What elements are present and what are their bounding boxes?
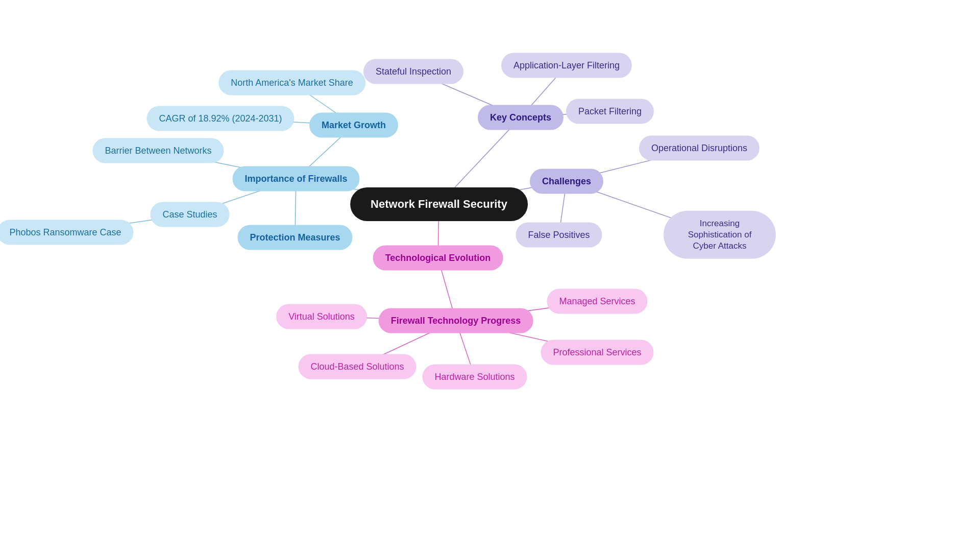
- node-packet-filtering: Packet Filtering: [566, 99, 654, 124]
- node-technological-evolution: Technological Evolution: [373, 246, 503, 271]
- mind-map: Network Firewall Security Importance of …: [0, 0, 980, 553]
- node-north-america: North America's Market Share: [218, 70, 365, 95]
- node-firewall-tech-progress: Firewall Technology Progress: [379, 308, 533, 333]
- node-virtual-solutions: Virtual Solutions: [276, 304, 367, 329]
- node-application-layer: Application-Layer Filtering: [501, 53, 632, 78]
- node-market-growth: Market Growth: [309, 113, 398, 138]
- node-key-concepts: Key Concepts: [478, 105, 564, 130]
- node-cloud-based: Cloud-Based Solutions: [298, 354, 416, 379]
- node-stateful-inspection: Stateful Inspection: [363, 59, 463, 84]
- node-phobos-ransomware: Phobos Ransomware Case: [0, 220, 134, 245]
- node-cagr: CAGR of 18.92% (2024-2031): [146, 106, 294, 131]
- node-importance-of-firewalls: Importance of Firewalls: [232, 166, 359, 191]
- node-protection-measures: Protection Measures: [237, 225, 352, 250]
- node-challenges: Challenges: [530, 169, 603, 194]
- node-hardware-solutions: Hardware Solutions: [422, 365, 527, 390]
- node-managed-services: Managed Services: [547, 289, 647, 314]
- node-operational-disruptions: Operational Disruptions: [639, 136, 760, 161]
- connections-svg: [0, 0, 980, 553]
- node-increasing-sophistication: Increasing Sophistication of Cyber Attac…: [664, 211, 776, 259]
- node-false-positives: False Positives: [516, 223, 602, 248]
- node-professional-services: Professional Services: [541, 340, 653, 365]
- node-barrier-between-networks: Barrier Between Networks: [92, 138, 224, 163]
- node-case-studies: Case Studies: [150, 202, 229, 227]
- node-center: Network Firewall Security: [350, 187, 528, 221]
